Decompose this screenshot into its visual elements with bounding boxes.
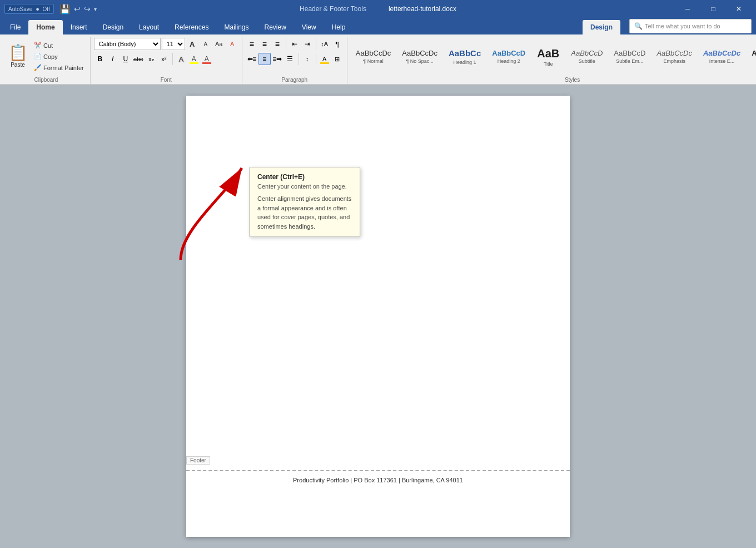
sort-button[interactable]: ↕A <box>319 38 331 50</box>
font-row-1: Calibri (Body) 11 A A Aa A <box>94 38 238 50</box>
tab-help[interactable]: Help <box>324 20 354 34</box>
undo-icon[interactable]: ↩ <box>74 4 81 13</box>
shading-icon: A <box>322 56 326 62</box>
title-bar: AutoSave ● Off 💾 ↩ ↪ ▾ Header & Footer T… <box>0 0 756 18</box>
footer-indicator: Footer <box>186 456 210 465</box>
style-title[interactable]: AaB Title <box>531 41 565 73</box>
style-intense-emphasis[interactable]: AaBbCcDc Intense E... <box>698 41 745 73</box>
borders-button[interactable]: ⊞ <box>331 53 344 65</box>
increase-indent-button[interactable]: ⇥ <box>301 38 314 50</box>
style-strong-preview: AaBbCcDc <box>752 49 756 58</box>
footer-content-text: Productivity Portfolio | PO Box 117361 |… <box>293 477 463 483</box>
tab-review[interactable]: Review <box>256 20 294 34</box>
search-placeholder: Tell me what you want to do <box>645 23 720 29</box>
ribbon-search-bar[interactable]: 🔍 Tell me what you want to do <box>629 19 752 33</box>
style-heading2[interactable]: AaBbCcD Heading 2 <box>487 41 530 73</box>
minimize-button[interactable]: ─ <box>675 0 700 18</box>
styles-gallery-container: AaBbCcDc ¶ Normal AaBbCcDc ¶ No Spac... … <box>351 38 756 75</box>
clipboard-small-buttons: ✂️ Cut 📄 Copy 🖌️ Format Painter <box>31 40 87 73</box>
tooltip-subtitle: Center your content on the page. <box>257 183 352 190</box>
footer-content[interactable]: Productivity Portfolio | PO Box 117361 |… <box>186 470 570 537</box>
grow-font-button[interactable]: A <box>186 38 198 50</box>
subscript-button[interactable]: x₂ <box>145 53 157 65</box>
footer-indicator-label: Footer <box>190 457 206 463</box>
change-case-button[interactable]: Aa <box>213 38 225 50</box>
center-tooltip: Center (Ctrl+E) Center your content on t… <box>249 167 360 237</box>
font-section-label: Font <box>94 75 238 84</box>
format-painter-icon: 🖌️ <box>34 64 42 71</box>
save-icon[interactable]: 💾 <box>59 4 71 14</box>
quick-access-more-icon[interactable]: ▾ <box>94 6 97 12</box>
paragraph-section-label: Paragraph <box>246 75 344 84</box>
style-heading2-label: Heading 2 <box>498 58 520 64</box>
paste-button[interactable]: 📋 Paste <box>6 41 30 72</box>
tab-design[interactable]: Design <box>95 20 131 34</box>
title-bar-right: ─ □ ✕ <box>675 0 752 18</box>
tab-home[interactable]: Home <box>28 20 62 34</box>
redo-icon[interactable]: ↪ <box>84 4 91 13</box>
style-normal[interactable]: AaBbCcDc ¶ Normal <box>351 41 396 73</box>
clipboard-content: 📋 Paste ✂️ Cut 📄 Copy 🖌️ Format Painter <box>6 38 87 75</box>
align-left-button[interactable]: ⬅≡ <box>246 53 258 65</box>
align-center-button[interactable]: ≡ <box>258 53 271 65</box>
shrink-font-button[interactable]: A <box>200 38 212 50</box>
cut-button[interactable]: ✂️ Cut <box>31 40 87 51</box>
document-area: Center (Ctrl+E) Center your content on t… <box>0 85 756 548</box>
document-page: Footer Productivity Portfolio | PO Box 1… <box>186 96 570 537</box>
tab-references[interactable]: References <box>167 20 216 34</box>
style-title-preview: AaB <box>537 47 559 60</box>
style-subtitle[interactable]: AaBbCcD Subtitle <box>566 41 608 73</box>
style-heading1[interactable]: AaBbCc Heading 1 <box>444 41 486 73</box>
style-emphasis[interactable]: AaBbCcDc Emphasis <box>651 41 697 73</box>
strikethrough-button[interactable]: abc <box>132 53 145 65</box>
tab-layout[interactable]: Layout <box>131 20 167 34</box>
decrease-indent-button[interactable]: ⇤ <box>289 38 301 50</box>
tab-mailings[interactable]: Mailings <box>216 20 256 34</box>
copy-button[interactable]: 📄 Copy <box>31 51 87 62</box>
filename-label: letterhead-tutorial.docx <box>389 5 456 13</box>
para-divider-4 <box>316 53 316 65</box>
ribbon-tabs-bar: File Home Insert Design Layout Reference… <box>0 18 756 34</box>
font-row-2: B I U abc x₂ x² A A A <box>94 53 213 65</box>
paragraph-content: ≡ ≡ ≡ ⇤ ⇥ ↕A ¶ ⬅≡ ≡ ≡➡ ☰ ↕ A <box>246 38 344 75</box>
font-family-select[interactable]: Calibri (Body) <box>94 38 161 50</box>
underline-button[interactable]: U <box>120 53 132 65</box>
style-intense-emphasis-label: Intense E... <box>709 58 735 64</box>
styles-section-label: Styles <box>351 75 756 84</box>
style-subtle-emphasis[interactable]: AaBbCcD Subtle Em... <box>609 41 650 73</box>
italic-button[interactable]: I <box>107 53 119 65</box>
align-right-button[interactable]: ≡➡ <box>271 53 284 65</box>
shading-button[interactable]: A <box>319 53 331 65</box>
bullets-button[interactable]: ≡ <box>246 38 258 50</box>
para-divider-2 <box>316 38 316 50</box>
tab-file[interactable]: File <box>2 20 28 34</box>
highlight-button[interactable]: A <box>188 53 200 65</box>
paragraph-section: ≡ ≡ ≡ ⇤ ⇥ ↕A ¶ ⬅≡ ≡ ≡➡ ☰ ↕ A <box>242 37 347 84</box>
style-nospacing[interactable]: AaBbCcDc ¶ No Spac... <box>397 41 442 73</box>
style-nospacing-preview: AaBbCcDc <box>402 49 437 58</box>
close-button[interactable]: ✕ <box>726 0 752 18</box>
style-strong[interactable]: AaBbCcDc Str... <box>747 41 756 73</box>
multilevel-list-button[interactable]: ≡ <box>271 38 284 50</box>
style-heading2-preview: AaBbCcD <box>492 49 525 58</box>
maximize-button[interactable]: □ <box>700 0 726 18</box>
superscript-button[interactable]: x² <box>158 53 170 65</box>
format-painter-button[interactable]: 🖌️ Format Painter <box>31 62 87 73</box>
tab-context-design[interactable]: Design <box>583 20 620 34</box>
line-spacing-button[interactable]: ↕ <box>301 53 314 65</box>
numbering-button[interactable]: ≡ <box>258 38 271 50</box>
font-size-select[interactable]: 11 <box>162 38 185 50</box>
show-marks-button[interactable]: ¶ <box>331 38 344 50</box>
text-effects-button[interactable]: A <box>175 53 187 65</box>
tab-view[interactable]: View <box>294 20 324 34</box>
tab-insert[interactable]: Insert <box>63 20 95 34</box>
font-color-button[interactable]: A <box>201 53 213 65</box>
clear-format-button[interactable]: A <box>226 38 238 50</box>
bold-button[interactable]: B <box>94 53 106 65</box>
font-section: Calibri (Body) 11 A A Aa A B I U abc x₂ … <box>91 37 242 84</box>
clipboard-section-label: Clipboard <box>6 75 87 84</box>
justify-button[interactable]: ☰ <box>284 53 296 65</box>
paste-label: Paste <box>11 62 25 68</box>
title-bar-center: Header & Footer Tools letterhead-tutoria… <box>300 5 456 13</box>
style-subtle-emphasis-label: Subtle Em... <box>616 58 643 64</box>
